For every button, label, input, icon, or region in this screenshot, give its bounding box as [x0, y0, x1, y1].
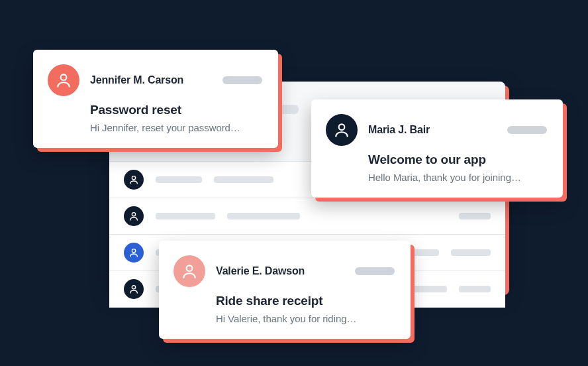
message-card-valerie[interactable]: Valerie E. Dawson Ride share receipt Hi … [159, 241, 411, 339]
svg-point-1 [132, 213, 135, 216]
svg-point-3 [132, 286, 135, 289]
message-card-maria[interactable]: Maria J. Bair Welcome to our app Hello M… [311, 99, 563, 198]
message-preview: Hi Valerie, thank you for riding… [216, 313, 395, 324]
message-badge-placeholder [355, 267, 395, 275]
message-preview: Hello Maria, thank you for joining… [368, 172, 547, 183]
message-subject: Welcome to our app [368, 152, 547, 168]
svg-point-6 [187, 265, 193, 271]
message-badge-placeholder [222, 76, 262, 84]
svg-point-2 [132, 249, 135, 253]
person-icon [173, 255, 205, 287]
row-placeholder [407, 286, 447, 292]
svg-point-5 [339, 124, 345, 130]
person-icon [124, 279, 144, 299]
message-sender: Jennifer M. Carson [90, 74, 183, 86]
row-placeholder [459, 213, 491, 219]
message-sender: Maria J. Bair [368, 124, 430, 136]
row-placeholder [227, 213, 300, 219]
message-preview: Hi Jennifer, reset your password… [90, 122, 262, 133]
message-badge-placeholder [507, 126, 547, 134]
svg-point-0 [132, 176, 135, 180]
person-icon [48, 64, 79, 96]
message-sender: Valerie E. Dawson [216, 265, 305, 277]
row-placeholder [156, 176, 202, 183]
person-icon [124, 206, 144, 226]
row-placeholder [156, 213, 215, 219]
row-placeholder [214, 176, 273, 183]
inbox-row[interactable] [109, 198, 505, 234]
person-icon [124, 170, 144, 190]
person-icon [326, 114, 358, 146]
row-placeholder [459, 286, 491, 292]
message-card-jennifer[interactable]: Jennifer M. Carson Password reset Hi Jen… [33, 50, 278, 148]
svg-point-4 [61, 74, 67, 80]
person-icon [124, 243, 144, 263]
message-subject: Password reset [90, 103, 262, 118]
row-placeholder [451, 249, 491, 256]
message-subject: Ride share receipt [216, 294, 395, 309]
